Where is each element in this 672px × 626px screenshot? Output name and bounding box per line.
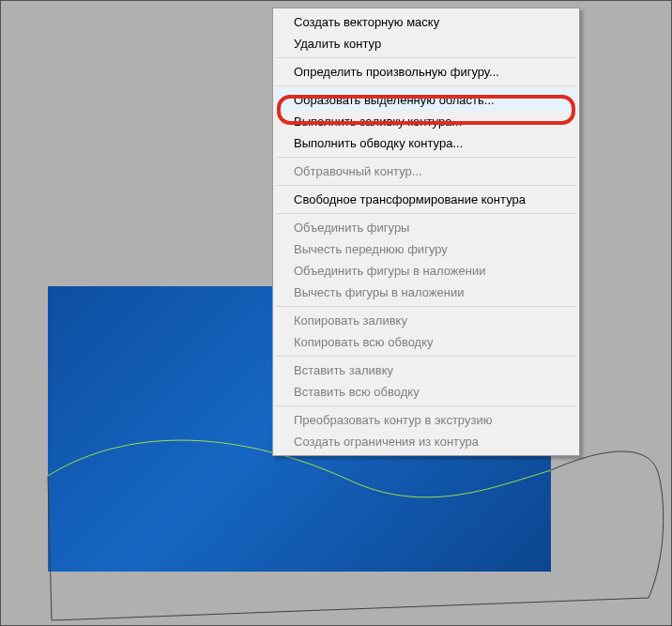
- path-context-menu[interactable]: Создать векторную маскуУдалить контурОпр…: [272, 8, 580, 456]
- menu-item[interactable]: Свободное трансформирование контура: [275, 189, 577, 210]
- menu-item: Вычесть переднюю фигуру: [275, 238, 577, 260]
- menu-separator: [276, 157, 576, 158]
- menu-item: Обтравочный контур...: [275, 160, 577, 182]
- menu-item[interactable]: Выполнить обводку контура...: [275, 132, 577, 154]
- menu-item: Копировать заливку: [275, 310, 577, 331]
- menu-item: Преобразовать контур в экструзию: [275, 409, 577, 431]
- menu-item[interactable]: Создать векторную маску: [275, 11, 577, 33]
- menu-separator: [276, 185, 576, 186]
- menu-separator: [276, 57, 576, 58]
- menu-item: Вычесть фигуры в наложении: [275, 282, 577, 303]
- menu-separator: [276, 213, 576, 214]
- menu-separator: [276, 85, 576, 86]
- menu-item: Вставить всю обводку: [275, 381, 577, 403]
- menu-item: Объединить фигуры: [275, 217, 577, 238]
- menu-separator: [276, 356, 576, 357]
- menu-item[interactable]: Определить произвольную фигуру...: [275, 61, 577, 83]
- menu-separator: [276, 306, 576, 307]
- menu-item[interactable]: Удалить контур: [275, 33, 577, 54]
- menu-item: Копировать всю обводку: [275, 331, 577, 353]
- menu-item[interactable]: Выполнить заливку контура...: [275, 111, 577, 132]
- menu-item: Создать ограничения из контура: [275, 431, 577, 452]
- menu-item: Объединить фигуры в наложении: [275, 260, 577, 282]
- canvas-workspace[interactable]: Создать векторную маскуУдалить контурОпр…: [0, 0, 672, 626]
- menu-separator: [276, 405, 576, 406]
- menu-item[interactable]: Образовать выделенную область...: [275, 89, 577, 111]
- menu-item: Вставить заливку: [275, 359, 577, 381]
